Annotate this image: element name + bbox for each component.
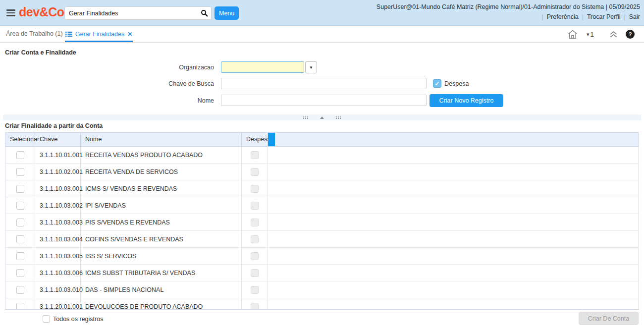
table-row[interactable]: 3.1.1.10.03.010 DAS - SIMPLES NACIONAL xyxy=(5,281,639,298)
row-despesa-checkbox xyxy=(251,151,259,159)
chevron-down-icon: ▾ xyxy=(587,31,590,38)
table-row[interactable]: 3.1.1.10.03.005 ISS S/ SERVICOS xyxy=(5,248,639,265)
active-tab-label: Gerar Finalidades xyxy=(75,31,124,38)
sair-link[interactable]: Sair xyxy=(629,13,640,20)
row-despesa-checkbox xyxy=(251,303,259,310)
organizacao-dropdown-button[interactable]: ▼ xyxy=(305,61,317,73)
question-icon: ? xyxy=(626,30,635,39)
row-select-cell xyxy=(5,231,35,247)
table-row[interactable]: 3.1.1.10.03.003 PIS S/VENDAS E REVENDAS xyxy=(5,214,639,231)
row-filler xyxy=(268,231,639,247)
menu-button[interactable]: Menu xyxy=(215,6,239,20)
column-resize-handle[interactable] xyxy=(268,133,275,146)
search-input[interactable] xyxy=(65,10,197,17)
table-row[interactable]: 3.1.1.10.03.004 COFINS S/VENDAS E REVEND… xyxy=(5,231,639,248)
row-select-checkbox[interactable] xyxy=(16,235,24,243)
row-chave: 3.1.1.10.03.001 xyxy=(35,180,81,197)
row-select-checkbox[interactable] xyxy=(16,168,24,176)
chave-de-busca-label: Chave de Busca xyxy=(90,80,214,87)
dropdown-arrow-icon: ▼ xyxy=(309,65,313,70)
criar-novo-registro-button[interactable]: Criar Novo Registro xyxy=(429,94,503,107)
row-despesa-cell xyxy=(242,298,268,310)
home-button[interactable] xyxy=(568,26,578,43)
row-select-checkbox[interactable] xyxy=(16,269,24,277)
row-filler xyxy=(268,147,639,163)
table-row[interactable]: 3.1.1.10.02.001 RECEITA VENDA DE SERVICO… xyxy=(5,164,639,180)
row-chave: 3.1.1.10.03.006 xyxy=(35,265,81,281)
panel-splitter[interactable] xyxy=(3,114,641,120)
open-windows-dropdown[interactable]: ▾ 1 xyxy=(587,26,594,43)
row-chave: 3.1.1.10.03.003 xyxy=(35,214,81,230)
row-despesa-checkbox xyxy=(251,252,259,260)
row-nome: RECEITA VENDA DE SERVICOS xyxy=(81,164,242,180)
splitter-collapse-arrow-icon[interactable] xyxy=(320,116,324,119)
tab-gerar-finalidades[interactable]: Gerar Finalidades ✕ xyxy=(65,26,133,42)
tab-bar: Área de Trabalho (1) Gerar Finalidades ✕… xyxy=(0,26,644,43)
active-tab-underline xyxy=(65,41,133,42)
table-row[interactable]: 3.1.1.10.03.001 ICMS S/ VENDAS E REVENDA… xyxy=(5,180,639,197)
row-filler xyxy=(268,281,639,298)
row-select-checkbox[interactable] xyxy=(16,252,24,260)
row-chave: 3.1.1.10.02.001 xyxy=(35,164,81,180)
header-user-area: SuperUser@01-Mundo Café Matriz (Regime N… xyxy=(376,3,640,20)
row-filler xyxy=(268,265,639,281)
row-select-checkbox[interactable] xyxy=(16,303,24,310)
row-nome: RECEITA VENDAS PRODUTO ACABADO xyxy=(81,147,242,163)
row-select-cell xyxy=(5,298,35,310)
row-select-checkbox[interactable] xyxy=(16,219,24,226)
column-header-nome[interactable]: Nome xyxy=(81,133,242,146)
row-despesa-checkbox xyxy=(251,202,259,210)
row-despesa-cell xyxy=(242,147,268,163)
todos-os-registros-checkbox[interactable] xyxy=(43,315,50,323)
row-filler xyxy=(268,248,639,264)
preferencia-link[interactable]: Preferência xyxy=(547,13,579,20)
row-select-checkbox[interactable] xyxy=(16,286,24,294)
row-nome: IPI S/VENDAS xyxy=(81,197,242,214)
row-despesa-cell xyxy=(242,281,268,298)
help-button[interactable]: ? xyxy=(626,26,635,43)
close-tab-icon[interactable]: ✕ xyxy=(127,31,132,38)
row-select-checkbox[interactable] xyxy=(16,151,24,159)
row-despesa-cell xyxy=(242,180,268,197)
row-select-checkbox[interactable] xyxy=(16,185,24,193)
row-chave: 3.1.1.10.03.004 xyxy=(35,231,81,247)
row-despesa-checkbox xyxy=(251,219,259,226)
link-separator: | xyxy=(541,13,543,20)
window-count: 1 xyxy=(590,31,594,38)
row-select-checkbox[interactable] xyxy=(16,202,24,210)
table-row[interactable]: 3.1.1.10.03.002 IPI S/VENDAS xyxy=(5,197,639,214)
nome-field[interactable] xyxy=(221,95,427,106)
column-header-selecionar[interactable]: Selecionar xyxy=(5,133,35,146)
hamburger-menu-icon[interactable] xyxy=(6,9,15,16)
criar-de-conta-button[interactable]: Criar De Conta xyxy=(579,312,639,325)
search-button[interactable] xyxy=(197,7,211,19)
row-despesa-cell xyxy=(242,265,268,281)
row-despesa-checkbox xyxy=(251,235,259,243)
row-despesa-cell xyxy=(242,214,268,230)
trocar-perfil-link[interactable]: Trocar Perfil xyxy=(587,13,621,20)
table-row[interactable]: 3.1.1.10.01.001 RECEITA VENDAS PRODUTO A… xyxy=(5,147,639,164)
list-icon xyxy=(65,31,72,37)
footer-separator xyxy=(4,313,640,313)
row-filler xyxy=(268,298,639,310)
row-nome: COFINS S/VENDAS E REVENDAS xyxy=(81,231,242,247)
despesa-checkbox[interactable]: ✓ xyxy=(433,79,441,88)
table-body: 3.1.1.10.01.001 RECEITA VENDAS PRODUTO A… xyxy=(5,147,639,310)
row-nome: ICMS SUBST TRIBUTARIA S/ VENDAS xyxy=(81,265,242,281)
collapse-all-button[interactable] xyxy=(609,26,618,43)
table-row[interactable]: 3.1.1.20.01.001 DEVOLUCOES DE PRODUTO AC… xyxy=(5,298,639,310)
row-filler xyxy=(268,164,639,180)
row-chave: 3.1.1.20.01.001 xyxy=(35,298,81,310)
tab-area-de-trabalho[interactable]: Área de Trabalho (1) xyxy=(6,26,63,42)
accounts-table: Selecionar Chave Nome Despesa 3.1.1.10.0… xyxy=(5,132,639,310)
header-bar: dev&Co. Menu SuperUser@01-Mundo Café Mat… xyxy=(0,0,644,26)
column-header-chave[interactable]: Chave xyxy=(35,133,81,146)
table-row[interactable]: 3.1.1.10.03.006 ICMS SUBST TRIBUTARIA S/… xyxy=(5,265,639,281)
row-despesa-checkbox xyxy=(251,168,259,176)
chave-de-busca-field[interactable] xyxy=(221,78,427,89)
row-select-cell xyxy=(5,265,35,281)
row-select-cell xyxy=(5,147,35,163)
column-header-despesa[interactable]: Despesa xyxy=(242,133,268,146)
organizacao-field[interactable] xyxy=(221,61,304,73)
organizacao-label: Organizacao xyxy=(90,64,214,71)
